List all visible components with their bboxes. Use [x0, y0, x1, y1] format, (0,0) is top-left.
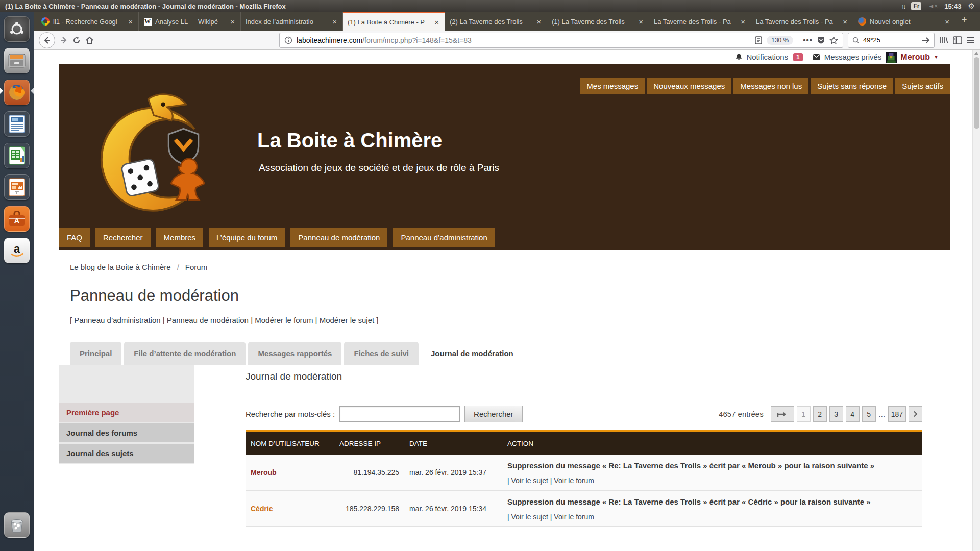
tab-principal[interactable]: Principal — [70, 342, 121, 365]
scroll-up-icon[interactable] — [974, 52, 978, 55]
view-topic-link[interactable]: Voir le sujet — [511, 477, 548, 485]
menu-rechercher[interactable]: Rechercher — [95, 228, 151, 247]
tab-messages-rapportes[interactable]: Messages rapportés — [248, 342, 341, 365]
sidebar-item-journal-sujets[interactable]: Journal des sujets — [59, 444, 194, 463]
tab-close-icon[interactable]: × — [433, 18, 440, 27]
tab-taverne-2[interactable]: (2) La Taverne des Trolls × — [445, 12, 547, 31]
libreoffice-writer-icon[interactable] — [4, 111, 30, 137]
menu-panneau-moderation[interactable]: Panneau de modération — [290, 228, 387, 247]
session-menu-icon[interactable]: ⚙ — [968, 2, 975, 11]
search-input[interactable]: 49*25 — [863, 36, 918, 44]
tab-index-administration[interactable]: Index de l’administratio × — [241, 12, 343, 31]
reload-button[interactable] — [72, 36, 81, 44]
keyboard-layout-indicator[interactable]: Fr — [911, 2, 921, 10]
reload-icon — [72, 36, 81, 44]
notifications-badge[interactable]: 1 — [793, 53, 803, 61]
view-topic-link[interactable]: Voir le sujet — [511, 513, 548, 521]
tab-close-icon[interactable]: × — [944, 17, 950, 26]
menu-equipe-forum[interactable]: L’équipe du forum — [209, 228, 285, 247]
nav-mes-messages[interactable]: Mes messages — [580, 78, 645, 94]
menu-faq[interactable]: FAQ — [59, 228, 90, 247]
trash-icon[interactable] — [4, 512, 30, 538]
tab-close-icon[interactable]: × — [740, 17, 746, 26]
file-manager-icon[interactable] — [4, 48, 30, 73]
log-action: Suppression du message « Re: La Taverne … — [502, 490, 922, 527]
menu-panneau-administration[interactable]: Panneau d’administration — [393, 228, 495, 247]
tab-close-icon[interactable]: × — [842, 17, 848, 26]
new-tab-button[interactable]: + — [955, 12, 973, 31]
back-button[interactable] — [39, 32, 55, 48]
tab-la-boite-a-chimere-active[interactable]: (1) La Boite à Chimère - P × — [343, 12, 445, 31]
next-page-button[interactable] — [909, 406, 922, 422]
sidebar-item-journal-forums[interactable]: Journal des forums — [59, 423, 194, 442]
zoom-indicator[interactable]: 130 % — [767, 36, 793, 45]
tab-close-icon[interactable]: × — [331, 17, 338, 26]
nav-sujets-sans-reponse[interactable]: Sujets sans réponse — [811, 78, 893, 94]
menu-membres[interactable]: Membres — [156, 228, 204, 247]
rechercher-button[interactable]: Rechercher — [464, 406, 523, 422]
site-subtitle: Association de jeux de société et de jeu… — [259, 162, 499, 173]
page-button-last[interactable]: 187 — [888, 406, 906, 422]
libreoffice-impress-icon[interactable] — [4, 174, 30, 200]
tab-taverne-1[interactable]: (1) La Taverne des Trolls × — [547, 12, 649, 31]
tab-nouvel-onglet[interactable]: Nouvel onglet × — [853, 12, 955, 31]
tab-journal-moderation[interactable]: Journal de modération — [421, 342, 523, 365]
tab-close-icon[interactable]: × — [127, 17, 134, 26]
nav-sujets-actifs[interactable]: Sujets actifs — [895, 78, 950, 94]
page-button[interactable]: 3 — [829, 406, 843, 422]
amazon-icon[interactable]: a — [4, 238, 30, 263]
site-logo[interactable] — [89, 88, 224, 223]
keyword-search-input[interactable] — [339, 406, 460, 422]
tab-close-icon[interactable]: × — [229, 17, 236, 26]
private-messages-link[interactable]: Messages privés — [812, 53, 882, 61]
log-username-link[interactable]: Cédric — [246, 490, 334, 527]
tab-taverne-pa-2[interactable]: La Taverne des Trolls - Pa × — [751, 12, 853, 31]
scrollbar-thumb[interactable] — [974, 57, 979, 129]
scrollbar[interactable] — [972, 50, 980, 551]
libreoffice-calc-icon[interactable] — [4, 143, 30, 168]
jump-to-page-button[interactable] — [771, 406, 794, 422]
tab-taverne-pa-1[interactable]: La Taverne des Trolls - Pa × — [649, 12, 751, 31]
menu-button[interactable] — [967, 37, 975, 44]
page-info-icon[interactable] — [284, 36, 292, 44]
bookmark-star-icon[interactable] — [829, 36, 838, 44]
clock[interactable]: 15:43 — [944, 3, 961, 10]
nav-nouveaux-messages[interactable]: Nouveaux messages — [647, 78, 731, 94]
page-actions-icon[interactable]: ••• — [803, 36, 813, 44]
view-forum-link[interactable]: Voir le forum — [554, 477, 594, 485]
tab-recherche-google[interactable]: ll1 - Recherche Googl × — [37, 12, 139, 31]
reader-mode-icon[interactable] — [755, 36, 762, 44]
ubuntu-software-icon[interactable]: A — [4, 206, 30, 232]
volume-muted-icon[interactable]: ◄× — [928, 3, 938, 10]
user-menu[interactable]: Meroub ▼ — [886, 52, 939, 63]
search-bar[interactable]: 49*25 — [848, 33, 935, 48]
search-go-icon[interactable] — [922, 37, 930, 44]
sidebar-item-premiere-page[interactable]: Première page — [59, 403, 194, 422]
page-viewport: Notifications 1 Messages privés Meroub ▼… — [34, 50, 980, 551]
ubuntu-dash-icon[interactable] — [4, 16, 30, 42]
library-button[interactable] — [939, 36, 948, 44]
tab-file-attente[interactable]: File d’attente de modération — [124, 342, 246, 365]
home-button[interactable] — [85, 36, 94, 44]
log-username-link[interactable]: Meroub — [246, 455, 334, 490]
module-links[interactable]: [ Panneau d’administration | Panneau de … — [70, 316, 950, 324]
sidebar-button[interactable] — [953, 36, 962, 44]
page-button[interactable]: 4 — [846, 406, 860, 422]
notifications-link[interactable]: Notifications — [735, 53, 788, 61]
breadcrumb-blog-link[interactable]: Le blog de la Boite à Chimère — [70, 263, 171, 271]
view-forum-link[interactable]: Voir le forum — [554, 513, 594, 521]
nav-messages-non-lus[interactable]: Messages non lus — [733, 78, 808, 94]
tab-wikipedia[interactable]: W Analyse LL — Wikipé × — [139, 12, 241, 31]
url-bar[interactable]: laboiteachimere.com/forum/mcp.php?i=148&… — [279, 33, 843, 48]
page-button-current[interactable]: 1 — [797, 406, 811, 422]
breadcrumb-forum-link[interactable]: Forum — [185, 263, 207, 271]
network-indicator-icon[interactable]: ↑↓ — [901, 3, 904, 10]
tab-close-icon[interactable]: × — [638, 17, 644, 26]
firefox-launcher-icon[interactable] — [4, 80, 30, 105]
pocket-shield-icon[interactable] — [817, 36, 825, 44]
tab-close-icon[interactable]: × — [535, 17, 542, 26]
page-button[interactable]: 5 — [862, 406, 876, 422]
tab-fiches-suivi[interactable]: Fiches de suivi — [344, 342, 419, 365]
page-button[interactable]: 2 — [813, 406, 827, 422]
forward-button[interactable] — [60, 36, 68, 44]
